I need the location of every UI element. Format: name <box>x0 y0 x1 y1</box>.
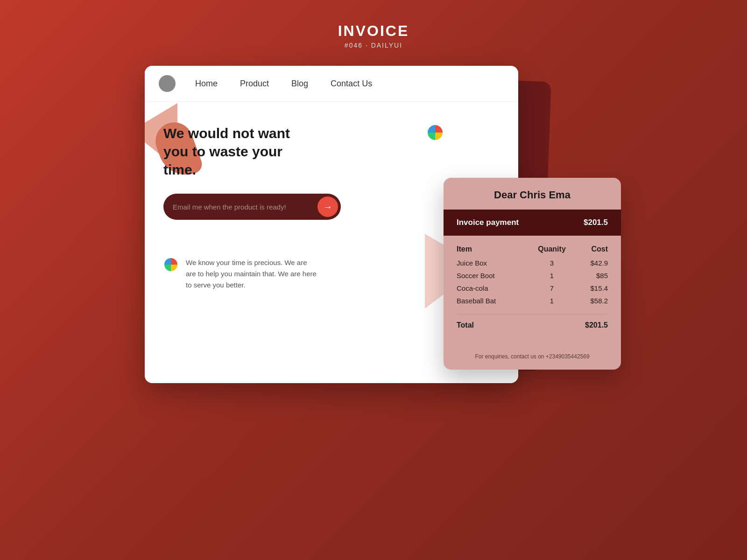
row-cost-1: $85 <box>571 272 608 280</box>
color-circle-icon <box>427 124 444 141</box>
col-header-qty: Quanity <box>533 245 571 253</box>
table-row: Soccer Boot 1 $85 <box>457 272 608 280</box>
invoice-rows: Juice Box 3 $42.9 Soccer Boot 1 $85 Coca… <box>457 259 608 305</box>
nav-links: Home Product Blog Contact Us <box>195 79 372 89</box>
row-item-3: Baseball Bat <box>457 297 533 305</box>
invoice-header-label: Invoice payment <box>457 218 519 227</box>
page-header: INVOICE #046 · DAILYUI <box>338 0 409 66</box>
nav-contact[interactable]: Contact Us <box>331 79 372 89</box>
arrow-icon: → <box>323 202 332 212</box>
table-row: Juice Box 3 $42.9 <box>457 259 608 267</box>
invoice-header: Invoice payment $201.5 <box>444 210 621 236</box>
page-title: INVOICE <box>338 22 409 40</box>
row-cost-2: $15.4 <box>571 284 608 292</box>
info-icon <box>163 257 178 272</box>
invoice-footer-text: For enquiries, contact us on +2349035442… <box>475 353 589 360</box>
row-cost-3: $58.2 <box>571 297 608 305</box>
row-item-2: Coca-cola <box>457 284 533 292</box>
table-row: Baseball Bat 1 $58.2 <box>457 297 608 305</box>
row-cost-0: $42.9 <box>571 259 608 267</box>
invoice-greeting: Dear Chris Ema <box>444 178 621 210</box>
total-label: Total <box>457 321 533 329</box>
col-header-cost: Cost <box>571 245 608 253</box>
total-amount: $201.5 <box>571 321 608 329</box>
invoice-card: Dear Chris Ema Invoice payment $201.5 It… <box>444 178 621 370</box>
hero-headline: We would not want you to waste your time… <box>163 124 313 179</box>
info-text: We know your time is precious. We are ar… <box>186 257 317 291</box>
nav-product[interactable]: Product <box>240 79 269 89</box>
page-subtitle: #046 · DAILYUI <box>338 42 409 49</box>
invoice-footer: For enquiries, contact us on +2349035442… <box>444 346 621 370</box>
row-qty-1: 1 <box>533 272 571 280</box>
col-header-item: Item <box>457 245 533 253</box>
invoice-header-amount: $201.5 <box>584 218 608 227</box>
nav-home[interactable]: Home <box>195 79 218 89</box>
invoice-total-row: Total $201.5 <box>457 314 608 329</box>
browser-logo <box>159 75 176 92</box>
table-row: Coca-cola 7 $15.4 <box>457 284 608 292</box>
row-qty-3: 1 <box>533 297 571 305</box>
nav-blog[interactable]: Blog <box>291 79 308 89</box>
email-form: → <box>163 194 341 220</box>
row-item-0: Juice Box <box>457 259 533 267</box>
row-qty-0: 3 <box>533 259 571 267</box>
invoice-table: Item Quanity Cost Juice Box 3 $42.9 Socc… <box>444 236 621 346</box>
email-input[interactable] <box>173 203 317 211</box>
row-item-1: Soccer Boot <box>457 272 533 280</box>
row-qty-2: 7 <box>533 284 571 292</box>
email-submit-button[interactable]: → <box>317 196 338 217</box>
scene-container: Home Product Blog Contact Us We would no… <box>145 66 602 467</box>
invoice-col-headers: Item Quanity Cost <box>457 245 608 253</box>
browser-nav: Home Product Blog Contact Us <box>145 66 518 102</box>
